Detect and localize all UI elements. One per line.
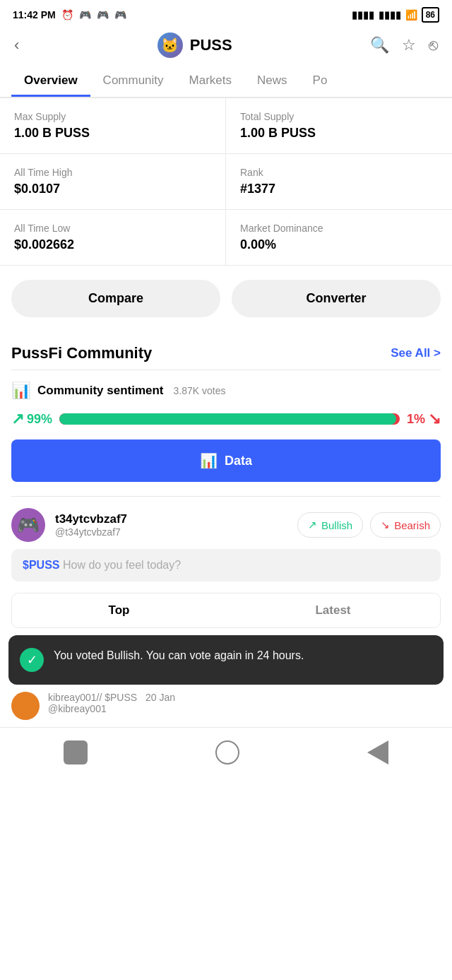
status-icons: ▮▮▮▮ ▮▮▮▮ 📶 86 (352, 7, 439, 23)
post-handle: @kibreay001 (48, 703, 441, 714)
post-avatar (11, 692, 40, 720)
bullish-icon: ↗ (308, 519, 317, 531)
bullish-button[interactable]: ↗ Bullish (297, 512, 363, 538)
battery-indicator: 86 (422, 7, 439, 23)
wifi-icon: 📶 (405, 9, 417, 20)
status-bar: 11:42 PM ⏰ 🎮 🎮 🎮 ▮▮▮▮ ▮▮▮▮ 📶 86 (0, 0, 452, 27)
status-time: 11:42 PM (13, 9, 56, 20)
community-header: PussFi Community See All > (0, 331, 452, 370)
post-preview: kibreay001// $PUSS 20 Jan @kibreay001 (0, 685, 452, 720)
stats-grid: Max Supply 1.00 B PUSS Total Supply 1.00… (0, 98, 452, 266)
sub-tabs: Top Latest (11, 593, 441, 628)
coin-name: PUSS (190, 36, 232, 54)
nav-back-icon[interactable] (367, 740, 388, 764)
bearish-icon: ↘ (381, 519, 390, 531)
back-button[interactable]: ‹ (14, 36, 19, 54)
tab-markets[interactable]: Markets (177, 66, 244, 97)
post-username: kibreay001// $PUSS (48, 692, 137, 703)
star-button[interactable]: ☆ (402, 36, 416, 54)
header-action-icons: 🔍 ☆ ⎋ (370, 36, 438, 54)
stat-ath-value: $0.0107 (14, 182, 211, 196)
search-button[interactable]: 🔍 (370, 36, 389, 54)
converter-button[interactable]: Converter (232, 280, 441, 317)
sentiment-progress-bar (59, 413, 400, 425)
stat-total-supply-label: Total Supply (240, 111, 438, 122)
signal-icon: ▮▮▮▮ (352, 9, 374, 20)
community-title: PussFi Community (11, 344, 152, 362)
vote-buttons: ↗ Bullish ↘ Bearish (297, 512, 441, 538)
signal-icon2: ▮▮▮▮ (379, 9, 401, 20)
bottom-nav (0, 727, 452, 779)
stat-ath: All Time High $0.0107 (0, 154, 226, 210)
user-handle: @t34ytcvbzaf7 (55, 526, 287, 538)
bullish-arrow-icon: ↗ (11, 410, 24, 428)
stat-rank: Rank #1377 (226, 154, 452, 210)
check-icon: ✓ (20, 648, 44, 672)
tab-community[interactable]: Community (90, 66, 177, 97)
sub-tab-top[interactable]: Top (12, 594, 226, 627)
stat-max-supply-value: 1.00 B PUSS (14, 126, 211, 141)
stat-dominance-label: Market Dominance (240, 223, 438, 234)
input-placeholder: How do you feel today? (63, 559, 181, 571)
bearish-button[interactable]: ↘ Bearish (370, 512, 441, 538)
avatar: 🎮 (11, 508, 45, 542)
sentiment-icon: 📊 (11, 382, 30, 400)
bearish-arrow-icon: ↘ (428, 410, 441, 428)
discord-icon: 🎮 (79, 9, 91, 20)
nav-square-icon[interactable] (64, 740, 88, 764)
see-all-button[interactable]: See All > (391, 346, 441, 360)
coin-icon: 🐱 (157, 33, 183, 58)
post-input[interactable]: $PUSS How do you feel today? (11, 549, 441, 581)
tab-overview[interactable]: Overview (11, 66, 90, 97)
tab-portfolio[interactable]: Po (300, 66, 340, 97)
tab-news[interactable]: News (244, 66, 300, 97)
notification-text: You voted Bullish. You can vote again in… (54, 648, 304, 663)
compare-button[interactable]: Compare (11, 280, 220, 317)
stat-atl-value: $0.002662 (14, 237, 211, 252)
discord-icon2: 🎮 (97, 9, 109, 20)
stat-atl: All Time Low $0.002662 (0, 210, 226, 266)
username: t34ytcvbzaf7 (55, 512, 287, 526)
main-tabs: Overview Community Markets News Po (0, 66, 452, 98)
stat-max-supply: Max Supply 1.00 B PUSS (0, 98, 226, 154)
game-icon: 🎮 (114, 9, 126, 20)
user-info: t34ytcvbzaf7 @t34ytcvbzaf7 (55, 512, 287, 538)
stat-ath-label: All Time High (14, 167, 211, 178)
post-date: 20 Jan (145, 692, 175, 703)
data-button[interactable]: 📊 Data (11, 439, 441, 482)
sentiment-progress-row: ↗ 99% 1% ↘ (0, 407, 452, 439)
share-button[interactable]: ⎋ (429, 36, 438, 54)
bar-chart-icon: 📊 (200, 452, 218, 469)
stat-max-supply-label: Max Supply (14, 111, 211, 122)
sentiment-votes: 3.87K votes (174, 385, 226, 396)
coin-title-group: 🐱 PUSS (157, 33, 232, 58)
stat-dominance-value: 0.00% (240, 237, 438, 252)
bullish-percentage: ↗ 99% (11, 410, 52, 428)
stat-rank-label: Rank (240, 167, 438, 178)
stat-total-supply-value: 1.00 B PUSS (240, 126, 438, 141)
action-buttons-row: Compare Converter (0, 266, 452, 331)
user-post-row: 🎮 t34ytcvbzaf7 @t34ytcvbzaf7 ↗ Bullish ↘… (0, 497, 452, 549)
post-meta: kibreay001// $PUSS 20 Jan (48, 692, 441, 703)
ticker-label: $PUSS (23, 559, 59, 571)
sentiment-progress-fill (59, 413, 396, 425)
post-content: kibreay001// $PUSS 20 Jan @kibreay001 (48, 692, 441, 714)
stat-total-supply: Total Supply 1.00 B PUSS (226, 98, 452, 154)
stat-rank-value: #1377 (240, 182, 438, 196)
sentiment-label: Community sentiment (37, 384, 164, 398)
stat-dominance: Market Dominance 0.00% (226, 210, 452, 266)
alarm-icon: ⏰ (61, 9, 73, 20)
stat-atl-label: All Time Low (14, 223, 211, 234)
bearish-percentage: 1% ↘ (407, 410, 441, 428)
sub-tab-latest[interactable]: Latest (226, 594, 440, 627)
sentiment-row: 📊 Community sentiment 3.87K votes (0, 370, 452, 407)
nav-circle-icon[interactable] (215, 740, 239, 764)
notification-bar: ✓ You voted Bullish. You can vote again … (8, 635, 444, 685)
header: ‹ 🐱 PUSS 🔍 ☆ ⎋ (0, 27, 452, 66)
